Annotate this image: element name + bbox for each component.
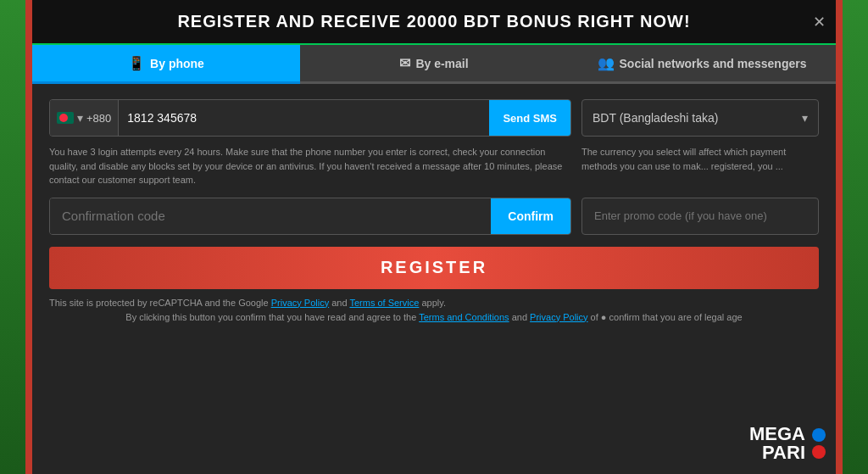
footer-terms-conditions-link[interactable]: Terms and Conditions [419, 312, 509, 322]
modal-header: REGISTER AND RECEIVE 20000 BDT BONUS RIG… [32, 0, 836, 45]
side-decoration-left-green [0, 0, 25, 474]
confirmation-code-input[interactable] [50, 198, 491, 234]
country-chevron-icon: ▾ [77, 111, 83, 125]
footer-terms-service-link[interactable]: Terms of Service [349, 298, 419, 308]
registration-modal: REGISTER AND RECEIVE 20000 BDT BONUS RIG… [32, 0, 836, 474]
footer-recaptcha-text: This site is protected by reCAPTCHA and … [49, 298, 819, 308]
pari-text: PARI [749, 443, 805, 462]
currency-selector[interactable]: BDT (Bangladeshi taka) ▾ [581, 99, 819, 137]
confirmation-promo-row: Confirm [49, 198, 819, 235]
bangladesh-flag [57, 112, 74, 124]
footer-and-text: and [331, 298, 347, 308]
tab-by-phone[interactable]: 📱 By phone [32, 45, 300, 84]
footer-apply-text: apply. [421, 298, 446, 308]
megapari-text-block: MEGA PARI [749, 425, 805, 462]
mega-text: MEGA [749, 425, 805, 443]
footer-line2-mid: and [512, 312, 527, 322]
logo-dots [812, 428, 826, 459]
currency-value: BDT (Bangladeshi taka) [593, 111, 718, 125]
footer-terms-text: By clicking this button you confirm that… [49, 312, 819, 322]
phone-tab-icon: 📱 [128, 55, 145, 71]
footer-line2-start: By clicking this button you confirm that… [125, 312, 416, 322]
phone-input-group: ▾ +880 Send SMS [49, 99, 571, 137]
side-decoration-right-green [843, 0, 868, 474]
info-text-row: You have 3 login attempts every 24 hours… [49, 145, 819, 187]
social-tab-icon: 👥 [598, 55, 615, 71]
modal-title: REGISTER AND RECEIVE 20000 BDT BONUS RIG… [177, 12, 690, 31]
footer-line1-start: This site is protected by reCAPTCHA and … [49, 298, 269, 308]
send-sms-button[interactable]: Send SMS [489, 100, 570, 136]
footer-privacy-policy2-link[interactable]: Privacy Policy [530, 312, 587, 322]
phone-info-text: You have 3 login attempts every 24 hours… [49, 145, 571, 187]
promo-code-input[interactable] [581, 198, 819, 235]
footer-line2-end: of ● confirm that you are of legal age [591, 312, 743, 322]
megapari-logo: MEGA PARI [749, 425, 826, 462]
side-decoration-right-red [836, 0, 843, 474]
currency-info-text: The currency you select will affect whic… [581, 145, 819, 187]
tab-social-label: Social networks and messengers [620, 57, 807, 70]
confirmation-input-group: Confirm [49, 198, 571, 235]
tab-social[interactable]: 👥 Social networks and messengers [568, 45, 836, 84]
modal-body: ▾ +880 Send SMS BDT (Bangladeshi taka) ▾… [32, 84, 836, 474]
register-button[interactable]: REGISTER [49, 247, 819, 289]
tab-email-label: By e-mail [415, 57, 468, 70]
currency-chevron-icon: ▾ [802, 111, 808, 125]
footer-privacy-policy-link[interactable]: Privacy Policy [271, 298, 329, 308]
tabs-container: 📱 By phone ✉ By e-mail 👥 Social networks… [32, 45, 836, 84]
logo-dot-blue [812, 428, 826, 442]
side-decoration-left-red [25, 0, 32, 474]
tab-by-email[interactable]: ✉ By e-mail [300, 45, 568, 84]
close-button[interactable]: ✕ [813, 14, 826, 30]
phone-number-input[interactable] [119, 100, 489, 136]
country-selector[interactable]: ▾ +880 [50, 100, 119, 136]
tab-phone-label: By phone [150, 57, 204, 70]
logo-dot-red [812, 445, 826, 459]
phone-currency-row: ▾ +880 Send SMS BDT (Bangladeshi taka) ▾ [49, 99, 819, 137]
country-code: +880 [86, 112, 111, 125]
email-tab-icon: ✉ [399, 55, 410, 71]
confirm-button[interactable]: Confirm [491, 198, 570, 234]
